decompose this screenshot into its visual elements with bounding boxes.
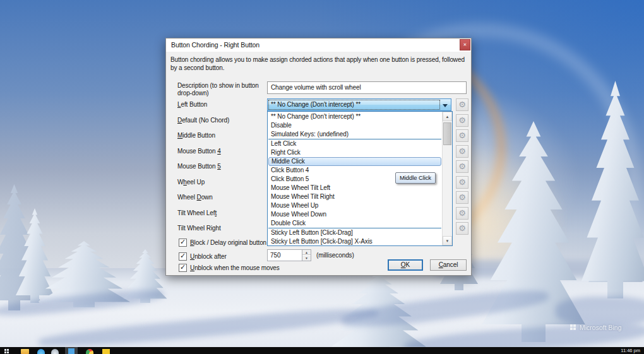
tilt-wheel-right-settings-button[interactable]: ⚙ <box>456 222 468 235</box>
unblock-after-row: ✓ Unblock after <box>179 252 227 261</box>
mouse-button-4-settings-button[interactable]: ⚙ <box>456 145 468 158</box>
scrollbar-thumb[interactable] <box>443 122 451 145</box>
label-mouse-button-5: Mouse Button 5 <box>177 163 221 170</box>
list-item[interactable]: Mouse Wheel Up <box>268 201 441 210</box>
watermark-label: Microsoft Bing <box>580 324 622 331</box>
tree-shadow <box>556 297 644 326</box>
left-button-settings-button[interactable]: ⚙ <box>456 98 468 111</box>
list-item[interactable]: Right Click <box>268 148 441 157</box>
checkmark-icon: ✓ <box>180 252 186 260</box>
unblock-mouse-moves-checkbox[interactable]: ✓ <box>179 264 187 272</box>
tilt-wheel-left-settings-button[interactable]: ⚙ <box>456 207 468 220</box>
unblock-mouse-moves-label: Unblock when the mouse moves <box>190 264 280 271</box>
label-wheel-up: Wheel Up <box>177 179 205 186</box>
gear-icon: ⚙ <box>458 131 466 140</box>
cancel-button[interactable]: Cancel <box>430 259 467 271</box>
left-button-combobox[interactable]: ** No Change (Don't intercept) ** <box>267 98 451 111</box>
unblock-mouse-moves-row: ✓ Unblock when the mouse moves <box>179 263 280 272</box>
middle-button-settings-button[interactable]: ⚙ <box>456 129 468 142</box>
edge-browser-icon[interactable] <box>37 349 45 354</box>
active-app-icon[interactable] <box>65 347 78 354</box>
dialog-title: Button Chording - Right Button <box>171 41 259 49</box>
notes-app-icon[interactable] <box>102 349 110 354</box>
file-explorer-icon[interactable] <box>21 349 29 354</box>
gear-icon: ⚙ <box>458 208 466 218</box>
block-delay-checkbox[interactable]: ✓ <box>179 239 187 247</box>
label-wheel-down: Wheel Down <box>177 194 213 201</box>
wheel-up-settings-button[interactable]: ⚙ <box>456 176 468 189</box>
gear-icon: ⚙ <box>458 192 466 202</box>
description-input[interactable]: Change volume with scroll wheel <box>267 81 467 94</box>
spin-up-icon[interactable]: ▲ <box>302 250 311 255</box>
dialog-intro-text: Button chording allows you to make assig… <box>170 56 472 72</box>
taskbar: 11:46 pm <box>0 347 644 354</box>
mouse-button-5-settings-button[interactable]: ⚙ <box>456 160 468 173</box>
checkmark-icon: ✓ <box>180 263 186 271</box>
list-item[interactable]: Double Click <box>268 219 441 228</box>
close-button[interactable]: ✕ <box>460 39 470 50</box>
spinner-value: 750 <box>270 250 280 261</box>
label-left-button: Left Button <box>177 101 207 108</box>
taskbar-clock[interactable]: 11:46 pm <box>621 348 640 353</box>
unblock-after-label: Unblock after <box>190 253 227 260</box>
label-mouse-button-4: Mouse Button 4 <box>177 148 221 155</box>
list-item[interactable]: Sticky Left Button [Click-Drag] X-Axis <box>268 237 441 246</box>
gear-icon: ⚙ <box>458 162 466 171</box>
list-item-selected[interactable]: Middle Click <box>268 157 441 166</box>
desktop: Microsoft Bing Button Chording - Right B… <box>0 0 644 354</box>
label-tilt-wheel-left: Tilt Wheel Left <box>177 209 217 216</box>
list-item[interactable]: Simulated Keys: (undefined) <box>268 130 441 139</box>
gear-icon: ⚙ <box>458 100 466 109</box>
milliseconds-label: (milliseconds) <box>316 252 354 259</box>
scrollbar[interactable]: ▲ ▼ <box>442 112 452 245</box>
chrome-browser-icon[interactable] <box>86 349 93 354</box>
default-settings-button[interactable]: ⚙ <box>456 114 468 127</box>
unblock-after-checkbox[interactable]: ✓ <box>179 252 187 261</box>
focus-rect <box>268 100 440 110</box>
wheel-down-settings-button[interactable]: ⚙ <box>456 191 468 204</box>
chevron-down-icon[interactable] <box>443 104 448 107</box>
list-item[interactable]: ** No Change (Don't intercept) ** <box>268 112 441 121</box>
unblock-after-spinner[interactable]: 750 ▲ ▼ <box>267 249 311 261</box>
scroll-up-icon[interactable]: ▲ <box>443 112 452 121</box>
gear-icon: ⚙ <box>458 177 466 187</box>
list-item[interactable]: Mouse Wheel Down <box>268 210 441 219</box>
list-item[interactable]: Mouse Wheel Tilt Right <box>268 192 441 201</box>
list-item[interactable]: Disable <box>268 121 441 130</box>
description-label: Description (to show in button drop-down… <box>177 82 266 97</box>
spinner-buttons: ▲ ▼ <box>302 250 311 261</box>
list-item[interactable]: Sticky Left Button [Click-Drag] <box>268 228 441 237</box>
button-chording-dialog: Button Chording - Right Button ✕ Button … <box>165 38 472 276</box>
spin-down-icon[interactable]: ▼ <box>302 256 311 261</box>
tooltip: Middle Click <box>395 172 436 184</box>
block-delay-row: ✓ Block / Delay original button actio <box>179 238 281 247</box>
label-default: Default (No Chord) <box>177 117 229 124</box>
start-button-icon[interactable] <box>4 349 10 354</box>
gear-icon: ⚙ <box>458 223 466 233</box>
list-item[interactable]: Left Click <box>268 139 441 148</box>
ok-button[interactable]: OK <box>388 259 423 271</box>
close-icon: ✕ <box>463 42 467 47</box>
list-item[interactable]: Mouse Wheel Tilt Left <box>268 184 441 192</box>
gear-icon: ⚙ <box>458 115 466 125</box>
label-tilt-wheel-right: Tilt Wheel Right <box>177 225 221 232</box>
app-icon[interactable] <box>51 349 59 354</box>
label-middle-button: Middle Button <box>177 132 215 139</box>
dialog-titlebar[interactable]: Button Chording - Right Button ✕ <box>166 38 471 52</box>
microsoft-logo-icon <box>570 324 576 331</box>
bing-watermark: Microsoft Bing <box>570 324 622 331</box>
scroll-down-icon[interactable]: ▼ <box>443 236 452 245</box>
description-value: Change volume with scroll wheel <box>271 84 361 91</box>
gear-icon: ⚙ <box>458 146 466 156</box>
checkmark-icon: ✓ <box>180 238 186 246</box>
